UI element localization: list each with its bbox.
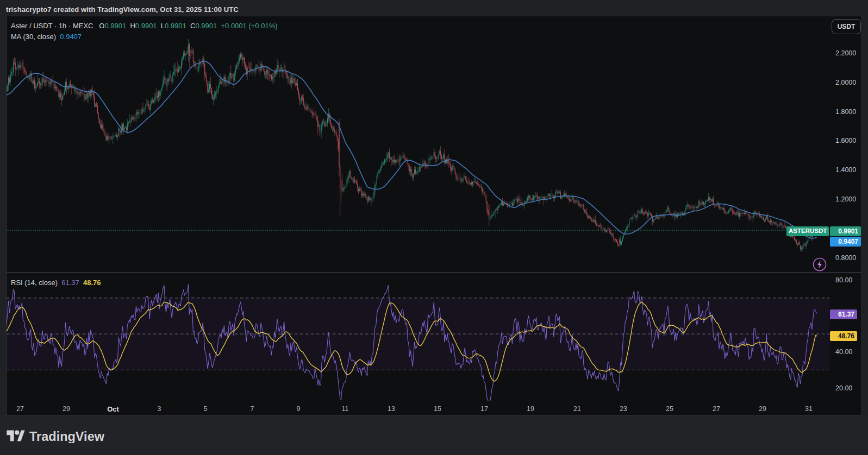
- svg-text:TradingView: TradingView: [29, 430, 104, 443]
